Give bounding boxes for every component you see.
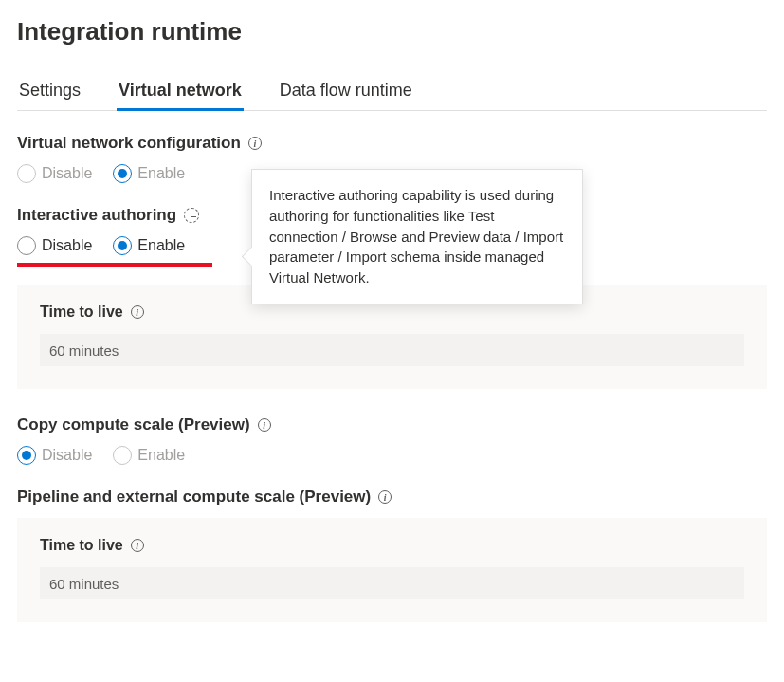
page-title: Integration runtime bbox=[17, 17, 767, 46]
interactive-authoring-enable[interactable]: Enable bbox=[113, 236, 185, 255]
ttl-panel-2: Time to live i bbox=[17, 518, 767, 622]
radio-label: Disable bbox=[42, 447, 92, 464]
info-icon[interactable]: i bbox=[131, 305, 144, 319]
interactive-authoring-tooltip: Interactive authoring capability is used… bbox=[251, 169, 583, 304]
pipeline-compute-text: Pipeline and external compute scale (Pre… bbox=[17, 488, 371, 507]
ttl1-label: Time to live i bbox=[40, 304, 744, 321]
ttl2-input[interactable] bbox=[40, 567, 744, 599]
radio-label: Disable bbox=[42, 237, 92, 254]
radio-icon bbox=[17, 446, 36, 465]
clock-icon[interactable] bbox=[184, 208, 199, 223]
ttl2-label: Time to live i bbox=[40, 537, 744, 554]
radio-label: Disable bbox=[42, 165, 92, 182]
copy-compute-text: Copy compute scale (Preview) bbox=[17, 415, 250, 434]
ttl1-input[interactable] bbox=[40, 334, 744, 366]
tab-settings[interactable]: Settings bbox=[17, 73, 82, 110]
interactive-authoring-disable[interactable]: Disable bbox=[17, 236, 92, 255]
vnet-config-disable[interactable]: Disable bbox=[17, 164, 92, 183]
info-icon[interactable]: i bbox=[131, 539, 144, 552]
info-icon[interactable]: i bbox=[378, 490, 392, 504]
vnet-config-enable[interactable]: Enable bbox=[113, 164, 185, 183]
radio-icon bbox=[113, 236, 132, 255]
ttl2-text: Time to live bbox=[40, 537, 123, 554]
info-icon[interactable]: i bbox=[258, 418, 271, 432]
radio-icon bbox=[17, 164, 36, 183]
copy-compute-label: Copy compute scale (Preview) i bbox=[17, 415, 767, 434]
radio-label: Enable bbox=[137, 165, 185, 182]
tab-data-flow-runtime[interactable]: Data flow runtime bbox=[278, 73, 414, 110]
vnet-config-label: Virtual network configuration i bbox=[17, 134, 767, 153]
copy-compute-radio-group: Disable Enable bbox=[17, 446, 767, 465]
interactive-authoring-text: Interactive authoring bbox=[17, 206, 176, 225]
radio-icon bbox=[113, 446, 132, 465]
highlight-underline bbox=[17, 263, 212, 267]
radio-icon bbox=[113, 164, 132, 183]
copy-compute-disable[interactable]: Disable bbox=[17, 446, 92, 465]
radio-icon bbox=[17, 236, 36, 255]
pipeline-compute-label: Pipeline and external compute scale (Pre… bbox=[17, 488, 767, 507]
vnet-config-text: Virtual network configuration bbox=[17, 134, 241, 153]
ttl1-text: Time to live bbox=[40, 304, 123, 321]
copy-compute-enable[interactable]: Enable bbox=[113, 446, 185, 465]
tab-virtual-network[interactable]: Virtual network bbox=[117, 73, 244, 110]
tabs: Settings Virtual network Data flow runti… bbox=[17, 73, 767, 111]
radio-label: Enable bbox=[137, 237, 185, 254]
info-icon[interactable]: i bbox=[248, 137, 262, 150]
radio-label: Enable bbox=[137, 447, 185, 464]
